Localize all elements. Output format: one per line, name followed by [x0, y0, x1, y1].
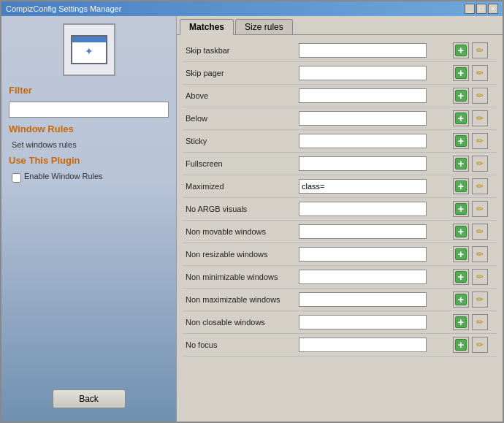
plus-icon: + [455, 113, 467, 124]
add-rule-button-no-focus[interactable]: + [453, 337, 469, 353]
maximize-button[interactable]: □ [476, 4, 486, 14]
add-rule-button-skip-taskbar[interactable]: + [453, 42, 469, 58]
rule-row-non-minimizable-windows: Non minimizable windows+✏ [183, 266, 497, 289]
add-rule-button-non-resizable-windows[interactable]: + [453, 246, 469, 262]
edit-rule-button-skip-pager[interactable]: ✏ [472, 65, 488, 81]
content-area: Skip taskbar+✏Skip pager+✏Above+✏Below+✏… [177, 35, 503, 422]
plus-icon: + [455, 316, 467, 328]
rule-label-fullscreen: Fullscreen [183, 153, 296, 175]
plus-icon: + [455, 158, 467, 169]
edit-rule-button-non-movable-windows[interactable]: ✏ [472, 224, 488, 240]
enable-checkbox-label: Enable Window Rules [24, 172, 103, 180]
edit-rule-button-non-minimizable-windows[interactable]: ✏ [472, 269, 488, 285]
title-bar-buttons: _ □ × [465, 4, 498, 14]
plugin-icon-inner [71, 35, 107, 64]
plus-icon: + [455, 90, 467, 102]
add-rule-button-non-minimizable-windows[interactable]: + [453, 269, 469, 285]
rule-label-below: Below [183, 107, 296, 130]
pencil-icon: ✏ [474, 339, 486, 351]
edit-rule-button-skip-taskbar[interactable]: ✏ [472, 42, 488, 58]
rule-row-no-argb-visuals: No ARGB visuals+✏ [183, 198, 497, 221]
add-rule-button-below[interactable]: + [453, 110, 469, 126]
rule-label-maximized: Maximized [183, 175, 296, 198]
edit-rule-button-non-resizable-windows[interactable]: ✏ [472, 246, 488, 262]
add-rule-button-maximized[interactable]: + [453, 178, 469, 194]
rule-input-non-minimizable-windows[interactable] [299, 270, 427, 284]
rule-input-non-maximizable-windows[interactable] [299, 292, 427, 307]
rule-label-non-movable-windows: Non movable windows [183, 221, 296, 243]
plus-icon: + [455, 248, 467, 260]
tab-size_rules[interactable]: Size rules [235, 19, 293, 34]
rule-input-maximized[interactable] [299, 179, 427, 194]
edit-rule-button-below[interactable]: ✏ [472, 110, 488, 126]
left-panel: Filter Window Rules Set windows rules Us… [1, 16, 177, 422]
edit-rule-button-maximized[interactable]: ✏ [472, 178, 488, 194]
pencil-icon: ✏ [474, 294, 486, 305]
pencil-icon: ✏ [474, 180, 486, 192]
rule-input-below[interactable] [299, 111, 427, 126]
edit-rule-button-non-maximizable-windows[interactable]: ✏ [472, 291, 488, 308]
add-rule-button-non-maximizable-windows[interactable]: + [453, 291, 469, 308]
plus-icon: + [455, 135, 467, 147]
add-rule-button-above[interactable]: + [453, 88, 469, 104]
back-button[interactable]: Back [53, 389, 126, 408]
add-rule-button-skip-pager[interactable]: + [453, 65, 469, 81]
add-rule-button-sticky[interactable]: + [453, 133, 469, 149]
pencil-icon: ✏ [474, 135, 486, 147]
pencil-icon: ✏ [474, 90, 486, 102]
pencil-icon: ✏ [474, 203, 486, 215]
rule-input-no-focus[interactable] [299, 338, 427, 352]
add-rule-button-no-argb-visuals[interactable]: + [453, 201, 469, 217]
rule-row-no-focus: No focus+✏ [183, 334, 497, 357]
pencil-icon: ✏ [474, 67, 486, 79]
rule-row-skip-taskbar: Skip taskbar+✏ [183, 39, 497, 62]
minimize-button[interactable]: _ [465, 4, 475, 14]
edit-rule-button-fullscreen[interactable]: ✏ [472, 156, 488, 172]
plus-icon: + [455, 180, 467, 192]
close-button[interactable]: × [488, 4, 498, 14]
add-rule-button-non-closable-windows[interactable]: + [453, 314, 469, 330]
rule-input-no-argb-visuals[interactable] [299, 202, 427, 216]
rule-input-non-resizable-windows[interactable] [299, 247, 427, 262]
edit-rule-button-no-focus[interactable]: ✏ [472, 337, 488, 353]
edit-rule-button-non-closable-windows[interactable]: ✏ [472, 314, 488, 330]
plus-icon: + [455, 203, 467, 215]
use-plugin-label: Use This Plugin [9, 155, 169, 166]
right-panel: MatchesSize rules Skip taskbar+✏Skip pag… [177, 16, 503, 422]
edit-rule-button-no-argb-visuals[interactable]: ✏ [472, 201, 488, 217]
rule-label-no-argb-visuals: No ARGB visuals [183, 198, 296, 221]
rule-input-skip-pager[interactable] [299, 66, 427, 80]
filter-label: Filter [9, 85, 169, 96]
rule-label-skip-pager: Skip pager [183, 62, 296, 85]
rule-input-non-movable-windows[interactable] [299, 224, 427, 239]
rule-label-above: Above [183, 85, 296, 107]
add-rule-button-fullscreen[interactable]: + [453, 156, 469, 172]
rule-label-non-resizable-windows: Non resizable windows [183, 243, 296, 266]
plus-icon: + [455, 294, 467, 305]
rule-input-non-closable-windows[interactable] [299, 315, 427, 329]
edit-rule-button-above[interactable]: ✏ [472, 88, 488, 104]
window-title: CompizConfig Settings Manager [6, 4, 121, 13]
rule-input-skip-taskbar[interactable] [299, 43, 427, 58]
pencil-icon: ✏ [474, 158, 486, 169]
plus-icon: + [455, 271, 467, 283]
rule-label-no-focus: No focus [183, 334, 296, 357]
pencil-icon: ✏ [474, 316, 486, 328]
rule-label-non-minimizable-windows: Non minimizable windows [183, 266, 296, 289]
rule-row-skip-pager: Skip pager+✏ [183, 62, 497, 85]
rule-label-sticky: Sticky [183, 130, 296, 153]
edit-rule-button-sticky[interactable]: ✏ [472, 133, 488, 149]
rule-row-sticky: Sticky+✏ [183, 130, 497, 153]
enable-window-rules-checkbox[interactable] [12, 173, 21, 183]
rule-label-non-closable-windows: Non closable windows [183, 311, 296, 334]
rule-input-fullscreen[interactable] [299, 156, 427, 171]
filter-input[interactable] [9, 102, 169, 118]
tab-matches[interactable]: Matches [180, 19, 234, 35]
rule-row-non-maximizable-windows: Non maximizable windows+✏ [183, 289, 497, 311]
rule-input-sticky[interactable] [299, 134, 427, 148]
add-rule-button-non-movable-windows[interactable]: + [453, 224, 469, 240]
rule-row-non-movable-windows: Non movable windows+✏ [183, 221, 497, 243]
rule-row-above: Above+✏ [183, 85, 497, 107]
rule-label-skip-taskbar: Skip taskbar [183, 39, 296, 62]
rule-input-above[interactable] [299, 88, 427, 103]
